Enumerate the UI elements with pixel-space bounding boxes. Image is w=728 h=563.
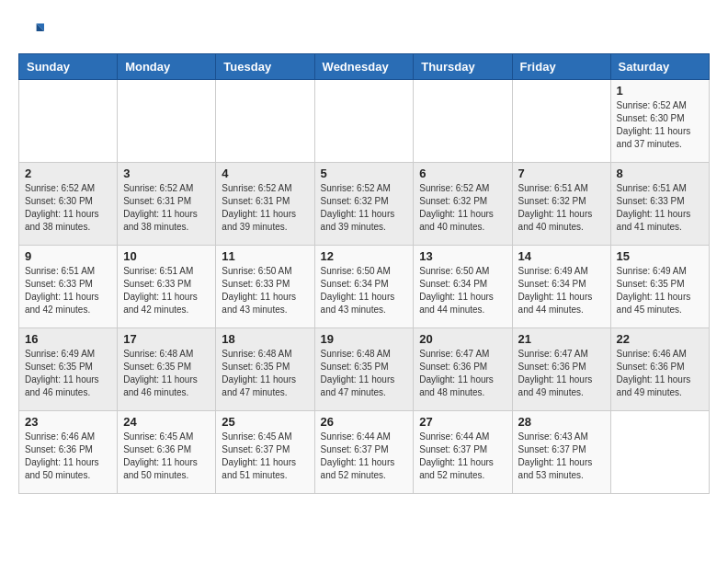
day-number: 22: [617, 332, 703, 346]
day-info: Sunrise: 6:52 AM Sunset: 6:31 PM Dayligh…: [123, 182, 210, 234]
day-number: 4: [222, 167, 308, 180]
day-number: 25: [222, 415, 308, 429]
day-number: 14: [518, 249, 605, 263]
day-number: 24: [123, 415, 210, 429]
day-info: Sunrise: 6:45 AM Sunset: 6:36 PM Dayligh…: [123, 431, 210, 482]
day-number: 23: [25, 415, 111, 429]
day-number: 10: [123, 249, 210, 263]
calendar-day-cell: 7Sunrise: 6:51 AM Sunset: 6:32 PM Daylig…: [512, 163, 610, 246]
day-info: Sunrise: 6:45 AM Sunset: 6:37 PM Dayligh…: [222, 431, 308, 482]
calendar-day-header: Saturday: [610, 54, 709, 80]
day-info: Sunrise: 6:46 AM Sunset: 6:36 PM Dayligh…: [617, 348, 703, 399]
calendar-day-cell: 16Sunrise: 6:49 AM Sunset: 6:35 PM Dayli…: [19, 328, 118, 411]
day-number: 8: [617, 167, 703, 180]
day-number: 19: [321, 332, 408, 346]
calendar-day-cell: 8Sunrise: 6:51 AM Sunset: 6:33 PM Daylig…: [610, 163, 709, 246]
day-info: Sunrise: 6:46 AM Sunset: 6:36 PM Dayligh…: [25, 431, 111, 482]
day-number: 26: [321, 415, 408, 429]
logo-icon: [18, 18, 44, 44]
calendar-day-cell: 23Sunrise: 6:46 AM Sunset: 6:36 PM Dayli…: [19, 411, 118, 494]
day-info: Sunrise: 6:50 AM Sunset: 6:34 PM Dayligh…: [419, 265, 506, 316]
day-info: Sunrise: 6:43 AM Sunset: 6:37 PM Dayligh…: [518, 431, 605, 482]
day-info: Sunrise: 6:51 AM Sunset: 6:33 PM Dayligh…: [25, 265, 111, 316]
day-number: 16: [25, 332, 111, 346]
day-number: 2: [25, 167, 111, 180]
day-number: 1: [617, 84, 703, 98]
calendar-day-cell: 10Sunrise: 6:51 AM Sunset: 6:33 PM Dayli…: [118, 246, 216, 328]
calendar-week-row: 16Sunrise: 6:49 AM Sunset: 6:35 PM Dayli…: [19, 328, 710, 411]
calendar-day-cell: [118, 80, 216, 163]
day-number: 21: [518, 332, 605, 346]
calendar-day-cell: 13Sunrise: 6:50 AM Sunset: 6:34 PM Dayli…: [414, 246, 512, 328]
calendar-day-cell: 12Sunrise: 6:50 AM Sunset: 6:34 PM Dayli…: [314, 246, 414, 328]
calendar-day-cell: [314, 80, 414, 163]
calendar-day-header: Thursday: [414, 54, 512, 80]
calendar-week-row: 1Sunrise: 6:52 AM Sunset: 6:30 PM Daylig…: [19, 80, 710, 163]
calendar-header-row: SundayMondayTuesdayWednesdayThursdayFrid…: [19, 54, 710, 80]
calendar-day-cell: 14Sunrise: 6:49 AM Sunset: 6:34 PM Dayli…: [512, 246, 610, 328]
calendar-day-cell: 1Sunrise: 6:52 AM Sunset: 6:30 PM Daylig…: [610, 80, 709, 163]
day-info: Sunrise: 6:49 AM Sunset: 6:34 PM Dayligh…: [518, 265, 605, 316]
day-info: Sunrise: 6:49 AM Sunset: 6:35 PM Dayligh…: [617, 265, 703, 316]
day-info: Sunrise: 6:49 AM Sunset: 6:35 PM Dayligh…: [25, 348, 111, 399]
calendar-table: SundayMondayTuesdayWednesdayThursdayFrid…: [18, 53, 710, 494]
calendar-day-cell: 6Sunrise: 6:52 AM Sunset: 6:32 PM Daylig…: [414, 163, 512, 246]
page-header: [18, 18, 710, 44]
calendar-day-cell: 17Sunrise: 6:48 AM Sunset: 6:35 PM Dayli…: [118, 328, 216, 411]
calendar-day-header: Wednesday: [314, 54, 414, 80]
calendar-day-cell: 2Sunrise: 6:52 AM Sunset: 6:30 PM Daylig…: [19, 163, 118, 246]
day-number: 5: [321, 167, 408, 180]
calendar-day-cell: 25Sunrise: 6:45 AM Sunset: 6:37 PM Dayli…: [216, 411, 314, 494]
day-number: 12: [321, 249, 408, 263]
day-info: Sunrise: 6:50 AM Sunset: 6:34 PM Dayligh…: [321, 265, 408, 316]
day-number: 15: [617, 249, 703, 263]
day-info: Sunrise: 6:48 AM Sunset: 6:35 PM Dayligh…: [123, 348, 210, 399]
day-number: 17: [123, 332, 210, 346]
calendar-day-cell: 4Sunrise: 6:52 AM Sunset: 6:31 PM Daylig…: [216, 163, 314, 246]
day-number: 11: [222, 249, 308, 263]
day-info: Sunrise: 6:51 AM Sunset: 6:32 PM Dayligh…: [518, 182, 605, 234]
day-info: Sunrise: 6:50 AM Sunset: 6:33 PM Dayligh…: [222, 265, 308, 316]
calendar-day-cell: 20Sunrise: 6:47 AM Sunset: 6:36 PM Dayli…: [414, 328, 512, 411]
day-info: Sunrise: 6:52 AM Sunset: 6:30 PM Dayligh…: [25, 182, 111, 234]
calendar-day-cell: 28Sunrise: 6:43 AM Sunset: 6:37 PM Dayli…: [512, 411, 610, 494]
calendar-day-cell: 15Sunrise: 6:49 AM Sunset: 6:35 PM Dayli…: [610, 246, 709, 328]
day-number: 7: [518, 167, 605, 180]
day-info: Sunrise: 6:52 AM Sunset: 6:31 PM Dayligh…: [222, 182, 308, 234]
calendar-week-row: 9Sunrise: 6:51 AM Sunset: 6:33 PM Daylig…: [19, 246, 710, 328]
calendar-day-header: Tuesday: [216, 54, 314, 80]
day-number: 9: [25, 249, 111, 263]
calendar-day-cell: 27Sunrise: 6:44 AM Sunset: 6:37 PM Dayli…: [414, 411, 512, 494]
calendar-day-cell: 18Sunrise: 6:48 AM Sunset: 6:35 PM Dayli…: [216, 328, 314, 411]
calendar-day-cell: 24Sunrise: 6:45 AM Sunset: 6:36 PM Dayli…: [118, 411, 216, 494]
day-info: Sunrise: 6:47 AM Sunset: 6:36 PM Dayligh…: [518, 348, 605, 399]
calendar-week-row: 23Sunrise: 6:46 AM Sunset: 6:36 PM Dayli…: [19, 411, 710, 494]
day-number: 27: [419, 415, 506, 429]
calendar-day-cell: 9Sunrise: 6:51 AM Sunset: 6:33 PM Daylig…: [19, 246, 118, 328]
day-info: Sunrise: 6:52 AM Sunset: 6:30 PM Dayligh…: [617, 99, 703, 151]
calendar-day-cell: 3Sunrise: 6:52 AM Sunset: 6:31 PM Daylig…: [118, 163, 216, 246]
calendar-day-cell: 19Sunrise: 6:48 AM Sunset: 6:35 PM Dayli…: [314, 328, 414, 411]
calendar-day-cell: 21Sunrise: 6:47 AM Sunset: 6:36 PM Dayli…: [512, 328, 610, 411]
calendar-day-cell: 26Sunrise: 6:44 AM Sunset: 6:37 PM Dayli…: [314, 411, 414, 494]
day-number: 28: [518, 415, 605, 429]
day-info: Sunrise: 6:51 AM Sunset: 6:33 PM Dayligh…: [617, 182, 703, 234]
logo: [18, 18, 48, 44]
day-info: Sunrise: 6:51 AM Sunset: 6:33 PM Dayligh…: [123, 265, 210, 316]
calendar-day-header: Sunday: [19, 54, 118, 80]
calendar-day-cell: [216, 80, 314, 163]
day-info: Sunrise: 6:48 AM Sunset: 6:35 PM Dayligh…: [222, 348, 308, 399]
calendar-day-cell: 22Sunrise: 6:46 AM Sunset: 6:36 PM Dayli…: [610, 328, 709, 411]
day-info: Sunrise: 6:48 AM Sunset: 6:35 PM Dayligh…: [321, 348, 408, 399]
calendar-day-cell: 11Sunrise: 6:50 AM Sunset: 6:33 PM Dayli…: [216, 246, 314, 328]
day-number: 18: [222, 332, 308, 346]
calendar-day-cell: [610, 411, 709, 494]
calendar-day-cell: [512, 80, 610, 163]
calendar-day-header: Friday: [512, 54, 610, 80]
day-info: Sunrise: 6:52 AM Sunset: 6:32 PM Dayligh…: [321, 182, 408, 234]
calendar-day-header: Monday: [118, 54, 216, 80]
day-info: Sunrise: 6:44 AM Sunset: 6:37 PM Dayligh…: [321, 431, 408, 482]
day-info: Sunrise: 6:44 AM Sunset: 6:37 PM Dayligh…: [419, 431, 506, 482]
calendar-day-cell: [19, 80, 118, 163]
calendar-week-row: 2Sunrise: 6:52 AM Sunset: 6:30 PM Daylig…: [19, 163, 710, 246]
